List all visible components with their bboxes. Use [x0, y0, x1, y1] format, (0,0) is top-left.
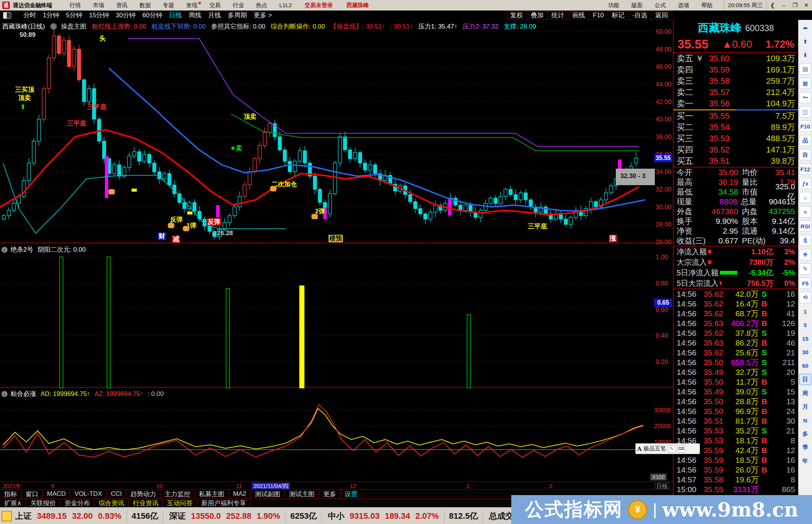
- toolbar-button-叠加[interactable]: 叠加: [527, 11, 548, 20]
- tab-VOL-TDX[interactable]: VOL-TDX: [70, 489, 107, 498]
- matrix-icon[interactable]: ▦: [799, 78, 811, 89]
- period-quarter-icon[interactable]: 季: [800, 442, 811, 453]
- tab-设置[interactable]: 设置: [340, 489, 362, 498]
- down-icon[interactable]: ⬇: [800, 50, 811, 60]
- period-tab-多周期[interactable]: 多周期: [228, 11, 247, 20]
- menu-市场[interactable]: 市场: [93, 2, 104, 9]
- menu-热点[interactable]: 热点: [256, 2, 267, 9]
- menu-资讯[interactable]: 资讯: [116, 2, 127, 9]
- period-1-icon[interactable]: 1: [800, 306, 811, 317]
- ask-row[interactable]: 卖三35.58259.7万: [674, 76, 798, 87]
- period-60-icon[interactable]: 60: [800, 360, 811, 371]
- toolbar-button-统计[interactable]: 统计: [547, 11, 568, 20]
- period-tab-15分钟[interactable]: 15分钟: [89, 11, 109, 20]
- up-icon[interactable]: ⬆: [800, 36, 811, 47]
- minimize-button[interactable]: –: [778, 2, 789, 9]
- tab-关联报价[interactable]: 关联报价: [26, 499, 60, 507]
- tab-CCI[interactable]: CCI: [106, 489, 126, 498]
- index-quote-深证[interactable]: 深证13550.0252.881.90%6253亿: [169, 510, 322, 522]
- period-tab-5分钟[interactable]: 5分钟: [66, 11, 82, 20]
- toolbar-button-复权[interactable]: 复权: [506, 11, 527, 20]
- rsi-icon[interactable]: RSI: [799, 220, 811, 232]
- index-quote-中小[interactable]: 中小9315.03189.342.07%812.5亿: [328, 510, 483, 522]
- period-tab-30分钟[interactable]: 30分钟: [116, 11, 136, 20]
- period-tab-1分钟[interactable]: 1分钟: [43, 11, 59, 20]
- toolbar-button--自选[interactable]: -自选: [628, 11, 651, 20]
- alert-text[interactable]: 西藏珠峰: [346, 2, 369, 9]
- ask-row[interactable]: 卖二35.57212.4万: [674, 87, 798, 98]
- custom-icon[interactable]: 自: [799, 149, 811, 160]
- tab-MA2[interactable]: MA2: [229, 489, 251, 498]
- tick-list[interactable]: 14:5635.6242.0万S1614:5635.6216.4万B1214:5…: [674, 288, 798, 494]
- tab-主力监控[interactable]: 主力监控: [160, 489, 195, 498]
- ime-mode-icon[interactable]: A: [637, 445, 642, 452]
- ime-pen-icon[interactable]: ✎: [668, 445, 676, 453]
- ask-row[interactable]: 卖四35.59169.1万: [674, 64, 798, 76]
- ime-keyboard-icon[interactable]: ⌨: [677, 445, 685, 453]
- period-tab-周线[interactable]: 周线: [189, 11, 201, 20]
- tab-趋势动力[interactable]: 趋势动力: [126, 489, 161, 498]
- ime-toolbar[interactable]: A 极品五笔 ✎ ⌨: [635, 443, 700, 454]
- strength-icon[interactable]: Ŝ: [799, 235, 811, 246]
- period-5-icon[interactable]: 5: [800, 320, 811, 330]
- formula-icon[interactable]: ƒx: [799, 178, 811, 189]
- menu-数据[interactable]: 数据: [139, 2, 151, 9]
- alert-text[interactable]: 交易未登录: [304, 2, 333, 9]
- menu-功能[interactable]: 功能: [608, 2, 619, 9]
- menu-L1L2[interactable]: L1L2: [279, 2, 292, 9]
- tab-综合资讯[interactable]: 综合资讯: [94, 499, 129, 507]
- period-month-icon[interactable]: 月: [800, 402, 811, 412]
- kline-icon[interactable]: ◫: [799, 106, 811, 118]
- f10-icon[interactable]: F10: [799, 121, 811, 132]
- period-tab-60分钟[interactable]: 60分钟: [142, 11, 162, 20]
- tab-测试主图[interactable]: 测试主图: [285, 489, 319, 498]
- menu-版面[interactable]: 版面: [631, 2, 642, 9]
- f5-icon[interactable]: F5: [799, 278, 811, 289]
- layout-toggle-icon[interactable]: [3, 12, 11, 19]
- period-tab-更多 >[interactable]: 更多 >: [254, 11, 272, 20]
- menu-交易[interactable]: 交易: [209, 2, 221, 9]
- toolbar-button-F10[interactable]: F10: [589, 11, 608, 20]
- edit-icon[interactable]: ✎: [799, 263, 811, 275]
- tab-扩展∧[interactable]: 扩展∧: [0, 499, 26, 507]
- period-tab-分时[interactable]: 分时: [23, 11, 36, 20]
- circle-icon[interactable]: ○: [799, 192, 811, 203]
- time-axis[interactable]: 2021年910112021/11/04/四1212日线: [0, 482, 673, 489]
- tab-测试副图[interactable]: 测试副图: [250, 489, 285, 498]
- period-multi-icon[interactable]: 多: [800, 429, 811, 439]
- bid-row[interactable]: 买三35.53488.5万: [674, 133, 798, 144]
- toolbar-button-返回[interactable]: 返回: [651, 11, 672, 20]
- collapse-icon[interactable]: ∨: [2, 247, 8, 253]
- bid-row[interactable]: 买二35.5489.9万: [674, 122, 798, 133]
- index-quote-上证[interactable]: 上证3489.1532.000.93%4156亿: [15, 510, 163, 522]
- chart-canvas[interactable]: 50.0048.0046.0044.0042.0040.0038.0036.00…: [0, 20, 673, 483]
- period-tab-日线[interactable]: 日线: [169, 11, 182, 20]
- tab-新用户福利专享[interactable]: 新用户福利专享: [197, 499, 250, 507]
- structure-icon[interactable]: 品: [799, 135, 811, 146]
- period-year-icon[interactable]: 年: [800, 456, 811, 466]
- menu-行情[interactable]: 行情: [70, 2, 81, 9]
- tab-私募主图[interactable]: 私募主图: [194, 489, 229, 498]
- ask-row[interactable]: 卖五 ￥35.60109.3万: [674, 53, 798, 64]
- period-tab-月线[interactable]: 月线: [208, 11, 221, 20]
- bid-row[interactable]: 买五35.5139.8万: [674, 156, 798, 167]
- restore-button[interactable]: ❐: [789, 2, 801, 9]
- tab-更多[interactable]: 更多: [319, 489, 341, 498]
- tab-互动问答[interactable]: 互动问答: [162, 499, 197, 507]
- menu-专题[interactable]: 专题: [163, 2, 174, 9]
- move-icon[interactable]: ✥: [799, 249, 811, 260]
- menu-选项[interactable]: 选项: [678, 2, 689, 9]
- market-icon[interactable]: [2, 511, 12, 521]
- refresh-icon[interactable]: ⟲: [799, 292, 811, 303]
- close-button[interactable]: ✕: [801, 2, 812, 9]
- period-day-icon[interactable]: 日: [799, 374, 811, 385]
- bid-row[interactable]: 买四35.52147.1万: [674, 144, 798, 156]
- tab-MACD[interactable]: MACD: [42, 489, 70, 498]
- period-week-icon[interactable]: 周: [800, 388, 811, 399]
- period-n-icon[interactable]: N: [800, 415, 811, 426]
- period-30-icon[interactable]: 30: [800, 347, 811, 357]
- menu-公式[interactable]: 公式: [654, 2, 666, 9]
- wave-icon[interactable]: ≈: [799, 206, 811, 217]
- nav-back-button[interactable]: ❮: [767, 2, 778, 9]
- toolbar-button-画线[interactable]: 画线: [568, 11, 589, 20]
